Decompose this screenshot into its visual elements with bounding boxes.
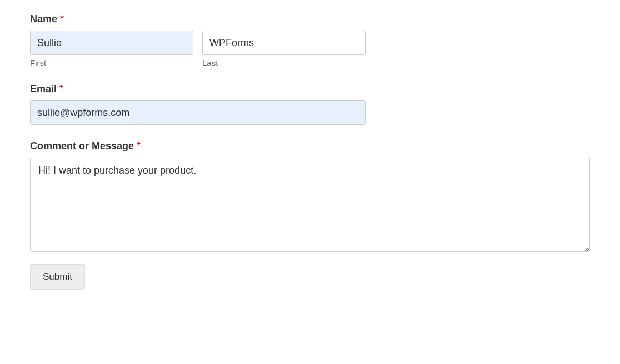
name-label: Name * xyxy=(30,13,590,25)
required-marker: * xyxy=(60,13,64,24)
message-field-group: Comment or Message * xyxy=(30,140,590,252)
name-label-text: Name xyxy=(30,13,57,24)
email-label-text: Email xyxy=(30,83,57,94)
name-field-group: Name * First Last xyxy=(30,13,590,68)
first-name-sublabel: First xyxy=(30,58,193,68)
required-marker: * xyxy=(59,83,63,94)
name-row: First Last xyxy=(30,31,590,68)
required-marker: * xyxy=(137,140,141,151)
last-name-column: Last xyxy=(202,31,366,68)
email-field-group: Email * xyxy=(30,83,590,125)
email-label: Email * xyxy=(30,83,590,95)
submit-button[interactable]: Submit xyxy=(30,264,85,290)
first-name-input[interactable] xyxy=(30,31,193,55)
message-textarea[interactable] xyxy=(30,158,590,252)
email-input[interactable] xyxy=(30,100,366,125)
message-label: Comment or Message * xyxy=(30,140,590,152)
last-name-sublabel: Last xyxy=(202,58,366,68)
message-label-text: Comment or Message xyxy=(30,140,134,151)
last-name-input[interactable] xyxy=(202,31,366,55)
first-name-column: First xyxy=(30,31,193,68)
